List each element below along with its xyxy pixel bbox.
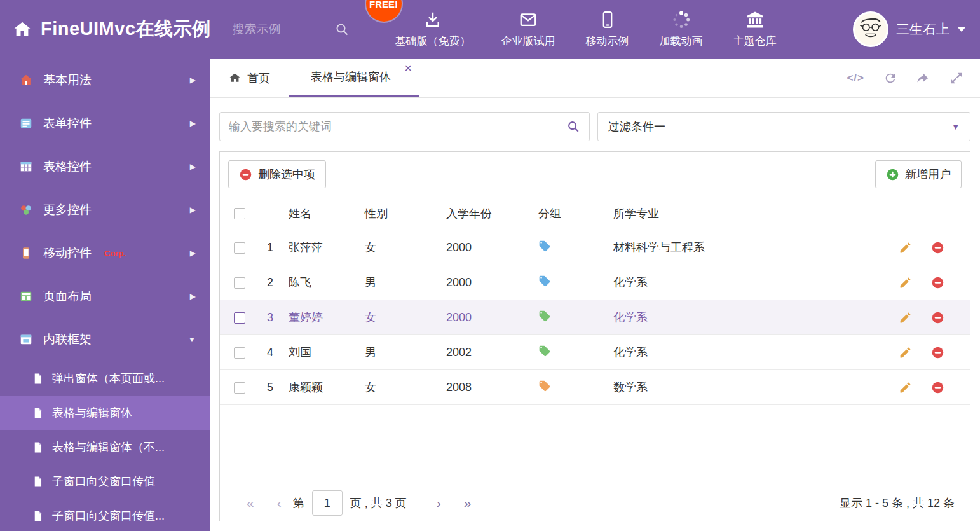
nav-label: 基础版（免费） (395, 34, 471, 48)
page-number-input[interactable] (312, 490, 343, 516)
keyword-search-input[interactable] (229, 120, 566, 134)
forward-icon[interactable] (916, 71, 930, 85)
edit-icon[interactable] (899, 346, 912, 359)
table-row[interactable]: 4 刘国 男 2002 化学系 (220, 335, 970, 370)
row-checkbox[interactable] (234, 382, 245, 394)
sidebar-subitem-popup-window[interactable]: 弹出窗体（本页面或... (0, 361, 210, 396)
table-row[interactable]: 1 张萍萍 女 2000 材料科学与工程系 (220, 230, 970, 265)
spinner-icon (672, 10, 691, 29)
next-page-button[interactable]: › (425, 495, 453, 511)
sidebar-subitem-grid-edit-window[interactable]: 表格与编辑窗体 (0, 396, 210, 430)
cell-year: 2000 (446, 300, 538, 335)
sidebar-item-iframe[interactable]: 内联框架 ▼ (0, 318, 210, 361)
cell-name: 董婷婷 (289, 311, 323, 324)
chevron-down-icon: ▼ (188, 335, 196, 344)
major-link[interactable]: 化学系 (613, 311, 648, 324)
file-icon (32, 510, 44, 522)
cell-gender: 男 (365, 265, 446, 300)
username: 三生石上 (896, 20, 949, 38)
table-row-selected[interactable]: 3 董婷婷 女 2000 化学系 (220, 300, 970, 335)
brand[interactable]: FineUIMvc在线示例 (0, 17, 211, 42)
cell-year: 2008 (446, 370, 538, 405)
edit-icon[interactable] (899, 381, 912, 394)
edit-icon[interactable] (899, 311, 912, 324)
code-icon[interactable]: </> (847, 72, 864, 85)
table-row[interactable]: 5 康颖颖 女 2008 数学系 (220, 370, 970, 405)
add-user-button[interactable]: 新增用户 (875, 160, 962, 188)
search-icon[interactable] (566, 120, 580, 134)
col-group: 分组 (538, 197, 613, 230)
sidebar-item-mobile-controls[interactable]: 移动控件 Corp. ▶ (0, 231, 210, 275)
major-link[interactable]: 化学系 (613, 276, 648, 289)
nav-label: 主题仓库 (733, 34, 777, 48)
chevron-down-icon (957, 26, 966, 32)
sidebar-item-basic-usage[interactable]: 基本用法 ▶ (0, 59, 210, 102)
tab-home[interactable]: 首页 (210, 59, 289, 97)
chevron-right-icon: ▶ (190, 249, 196, 258)
bank-icon (745, 10, 765, 29)
edit-icon[interactable] (899, 241, 912, 254)
app-title: FineUIMvc在线示例 (41, 17, 211, 42)
filter-dropdown-value: 过滤条件一 (608, 119, 665, 134)
row-checkbox[interactable] (234, 277, 245, 289)
delete-selected-button[interactable]: 删除选中项 (228, 160, 326, 188)
top-nav: FREE! 基础版（免费） 企业版试用 移动示例 加载动画 主题仓库 (380, 10, 792, 48)
grid-panel: 删除选中项 新增用户 姓名 性别 入学年份 (219, 151, 970, 521)
frame-icon (19, 333, 33, 347)
prev-page-button[interactable]: ‹ (266, 495, 293, 511)
delete-icon[interactable] (931, 276, 944, 289)
home-icon (229, 72, 241, 84)
refresh-icon[interactable] (883, 71, 897, 85)
file-icon (32, 441, 44, 453)
search-icon[interactable] (334, 22, 350, 37)
sidebar-item-label: 移动控件 (43, 245, 92, 261)
row-checkbox[interactable] (234, 347, 245, 359)
sidebar-subitem-grid-edit-window-2[interactable]: 表格与编辑窗体（不... (0, 430, 210, 464)
nav-item-mobile-demo[interactable]: 移动示例 (571, 10, 644, 48)
table-header-row: 姓名 性别 入学年份 分组 所学专业 (220, 197, 970, 230)
sidebar-subitem-child-to-parent[interactable]: 子窗口向父窗口传值 (0, 464, 210, 499)
mobile-icon (598, 10, 617, 29)
sidebar-item-page-layout[interactable]: 页面布局 ▶ (0, 275, 210, 318)
fullscreen-icon[interactable] (949, 71, 963, 85)
users-table: 姓名 性别 入学年份 分组 所学专业 1 张萍萍 女 2000 (220, 197, 970, 405)
major-link[interactable]: 材料科学与工程系 (613, 241, 705, 254)
delete-icon[interactable] (931, 241, 944, 254)
tag-icon (538, 275, 551, 287)
nav-item-theme-repo[interactable]: 主题仓库 (718, 10, 792, 48)
layout-icon (19, 289, 33, 303)
record-summary: 显示 1 - 5 条 , 共 12 条 (840, 495, 955, 511)
nav-item-basic-free[interactable]: FREE! 基础版（免费） (380, 10, 486, 48)
col-gender: 性别 (365, 197, 446, 230)
last-page-button[interactable]: » (453, 495, 483, 511)
tab-grid-edit-window[interactable]: 表格与编辑窗体 ✕ (289, 59, 419, 97)
nav-item-loading-anim[interactable]: 加载动画 (644, 10, 718, 48)
divider (416, 495, 416, 511)
user-menu[interactable]: 三生石上 (853, 11, 966, 47)
nav-item-enterprise-trial[interactable]: 企业版试用 (486, 10, 571, 48)
tag-icon (538, 240, 551, 252)
nav-label: 企业版试用 (501, 34, 555, 48)
close-icon[interactable]: ✕ (404, 64, 412, 74)
select-all-checkbox[interactable] (234, 208, 245, 219)
edit-icon[interactable] (899, 276, 912, 289)
sidebar-item-label: 更多控件 (43, 202, 92, 218)
cell-name: 张萍萍 (289, 241, 323, 254)
delete-icon[interactable] (931, 346, 944, 359)
header-search-input[interactable] (233, 22, 328, 36)
row-number: 1 (257, 230, 289, 265)
delete-icon[interactable] (931, 311, 944, 324)
sidebar-item-more-controls[interactable]: 更多控件 ▶ (0, 188, 210, 231)
major-link[interactable]: 数学系 (613, 381, 648, 394)
sidebar-item-grid-controls[interactable]: 表格控件 ▶ (0, 145, 210, 188)
sidebar-item-form-controls[interactable]: 表单控件 ▶ (0, 102, 210, 145)
row-checkbox[interactable] (234, 312, 245, 324)
sidebar-subitem-child-to-parent-2[interactable]: 子窗口向父窗口传值... (0, 499, 210, 531)
first-page-button[interactable]: « (235, 495, 266, 511)
sidebar-item-label: 页面布局 (43, 288, 92, 305)
table-row[interactable]: 2 陈飞 男 2000 化学系 (220, 265, 970, 300)
delete-icon[interactable] (931, 381, 944, 394)
major-link[interactable]: 化学系 (613, 346, 648, 359)
filter-dropdown[interactable]: 过滤条件一 ▼ (597, 112, 970, 141)
row-checkbox[interactable] (234, 242, 245, 254)
